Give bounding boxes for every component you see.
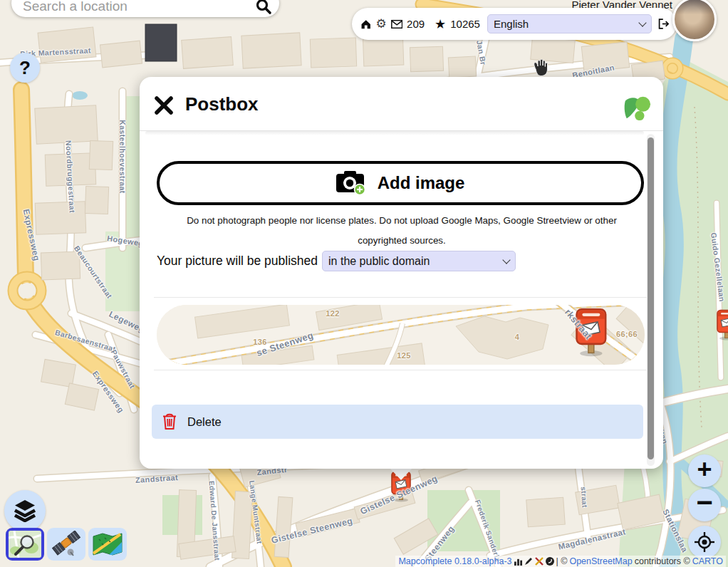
- delete-button[interactable]: Delete: [152, 405, 643, 439]
- license-row: Your picture will be published in the pu…: [157, 251, 516, 271]
- scrollbar-track[interactable]: [647, 134, 655, 466]
- messages-count[interactable]: 209: [407, 18, 425, 30]
- trash-icon: [162, 413, 177, 430]
- divider: [154, 297, 647, 298]
- messages-icon[interactable]: [391, 19, 402, 29]
- postbox-dialog: Postbox Add image Do not photograph peop…: [140, 77, 663, 469]
- home-icon[interactable]: [360, 19, 371, 30]
- language-select[interactable]: English: [487, 14, 652, 33]
- chevron-down-icon: [502, 256, 510, 264]
- star-icon: ★: [435, 16, 446, 32]
- mapcomplete-version-link[interactable]: Mapcomplete 0.18.0-alpha-3: [398, 556, 511, 566]
- app: Dirk MartensstraatcklaanJan BrBenoitlaan…: [0, 0, 728, 567]
- folded-map-icon: [92, 532, 123, 556]
- mastodon-icon[interactable]: [546, 557, 554, 566]
- settings-gear-icon[interactable]: ⚙: [375, 16, 386, 31]
- crosshair-icon: [694, 531, 715, 553]
- layers-button[interactable]: [4, 490, 46, 531]
- add-image-label: Add image: [378, 173, 465, 193]
- satellite-icon: [51, 531, 81, 558]
- location-minimap[interactable]: se Steenwegrkstraat122136125466;66: [157, 305, 645, 365]
- basemap-satellite-button[interactable]: [47, 528, 85, 561]
- divider: [154, 370, 647, 370]
- dialog-pointer: [390, 468, 412, 480]
- add-image-button[interactable]: Add image: [157, 161, 644, 205]
- search-input[interactable]: [23, 0, 255, 14]
- basemap-legacy-button[interactable]: [88, 528, 127, 561]
- search-bar[interactable]: [11, 0, 279, 17]
- carto-link[interactable]: CARTO: [692, 556, 723, 566]
- layers-icon: [13, 499, 37, 522]
- search-icon[interactable]: [255, 0, 272, 15]
- image-license-note: Do not photograph people nor license pla…: [167, 211, 637, 251]
- license-prefix: Your picture will be published: [157, 254, 318, 269]
- close-icon[interactable]: [154, 95, 174, 115]
- osm-link[interactable]: OpenStreetMap: [569, 556, 632, 566]
- user-panel: ⚙ 209 ★ 10265 English: [352, 8, 677, 40]
- statistics-icon[interactable]: [514, 558, 522, 566]
- scrollbar-thumb[interactable]: [648, 137, 654, 459]
- zoom-out-button[interactable]: −: [688, 489, 721, 521]
- help-button[interactable]: ?: [10, 53, 40, 83]
- osm-map-icon: [9, 531, 41, 558]
- logout-icon[interactable]: [657, 17, 670, 31]
- edit-pencil-icon[interactable]: [524, 557, 533, 566]
- changeset-count[interactable]: 10265: [450, 18, 480, 30]
- license-select[interactable]: in the public domain: [322, 251, 516, 271]
- chevron-down-icon: [638, 19, 646, 26]
- josm-icon[interactable]: [535, 557, 544, 566]
- geolocate-button[interactable]: [688, 526, 721, 558]
- camera-icon: [336, 171, 366, 195]
- dialog-title: Postbox: [185, 93, 259, 115]
- delete-label: Delete: [187, 415, 222, 429]
- mapcomplete-logo: [624, 94, 651, 123]
- attribution-bar: Mapcomplete 0.18.0-alpha-3 | © OpenStree…: [395, 556, 726, 567]
- scroll-shadow: [145, 131, 644, 135]
- basemap-osm-button[interactable]: [6, 528, 44, 561]
- dialog-header: Postbox: [140, 77, 663, 130]
- zoom-in-button[interactable]: +: [688, 454, 721, 487]
